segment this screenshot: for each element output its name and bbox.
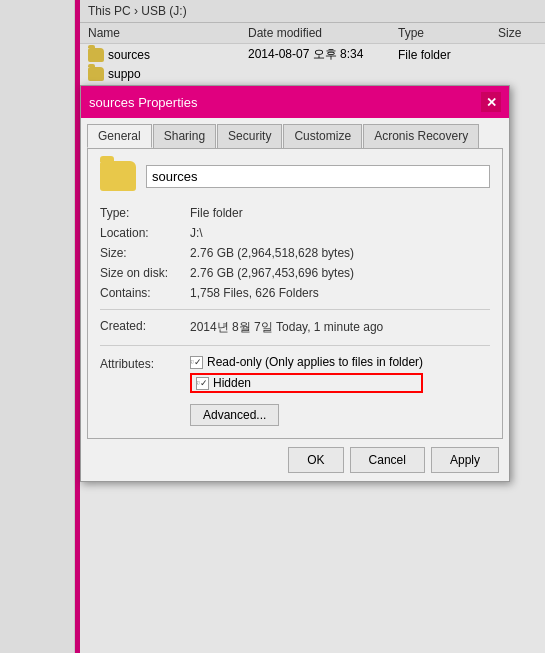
prop-contains: Contains: 1,758 Files, 626 Folders (100, 283, 490, 303)
tab-sharing[interactable]: Sharing (153, 124, 216, 148)
prop-divider-2 (100, 345, 490, 346)
dialog-footer: OK Cancel Apply (81, 439, 509, 481)
prop-size-on-disk: Size on disk: 2.76 GB (2,967,453,696 byt… (100, 263, 490, 283)
prop-location: Location: J:\ (100, 223, 490, 243)
ok-button[interactable]: OK (288, 447, 343, 473)
advanced-row: Advanced... (190, 404, 490, 426)
tab-acronis[interactable]: Acronis Recovery (363, 124, 479, 148)
big-folder-icon (100, 161, 136, 191)
prop-type-label: Type: (100, 206, 190, 220)
tab-general[interactable]: General (87, 124, 152, 148)
prop-size: Size: 2.76 GB (2,964,518,628 bytes) (100, 243, 490, 263)
readonly-checkbox[interactable]: ✓ (190, 356, 203, 369)
attr-label: Attributes: (100, 355, 190, 371)
prop-size-label: Size: (100, 246, 190, 260)
svg-text:✓: ✓ (191, 361, 193, 364)
prop-size-on-disk-value: 2.76 GB (2,967,453,696 bytes) (190, 266, 354, 280)
prop-type-value: File folder (190, 206, 243, 220)
hidden-label: Hidden (213, 376, 251, 390)
prop-type: Type: File folder (100, 203, 490, 223)
prop-location-label: Location: (100, 226, 190, 240)
close-button[interactable]: ✕ (481, 92, 501, 112)
prop-created-label: Created: (100, 319, 190, 336)
tab-customize[interactable]: Customize (283, 124, 362, 148)
attributes-row: Attributes: ✓ Read-only (Only applies to… (100, 352, 490, 396)
attr-options: ✓ Read-only (Only applies to files in fo… (190, 355, 423, 393)
prop-divider (100, 309, 490, 310)
svg-text:✓: ✓ (197, 382, 199, 385)
prop-created: Created: 2014년 8월 7일 Today, 1 minute ago (100, 316, 490, 339)
dialog-titlebar: sources Properties ✕ (81, 86, 509, 118)
dialog-title: sources Properties (89, 95, 197, 110)
readonly-checkbox-row[interactable]: ✓ Read-only (Only applies to files in fo… (190, 355, 423, 369)
tab-content-general: Type: File folder Location: J:\ Size: 2.… (87, 148, 503, 439)
tab-bar: General Sharing Security Customize Acron… (81, 118, 509, 148)
prop-created-value: 2014년 8월 7일 Today, 1 minute ago (190, 319, 383, 336)
properties-table: Type: File folder Location: J:\ Size: 2.… (100, 203, 490, 303)
prop-contains-label: Contains: (100, 286, 190, 300)
tab-security[interactable]: Security (217, 124, 282, 148)
readonly-label: Read-only (Only applies to files in fold… (207, 355, 423, 369)
cancel-button[interactable]: Cancel (350, 447, 425, 473)
prop-contains-value: 1,758 Files, 626 Folders (190, 286, 319, 300)
prop-size-on-disk-label: Size on disk: (100, 266, 190, 280)
hidden-checkbox-highlighted[interactable]: ✓ Hidden (190, 373, 423, 393)
prop-size-value: 2.76 GB (2,964,518,628 bytes) (190, 246, 354, 260)
hidden-checkbox[interactable]: ✓ (196, 377, 209, 390)
advanced-button[interactable]: Advanced... (190, 404, 279, 426)
properties-dialog: sources Properties ✕ General Sharing Sec… (80, 85, 510, 482)
apply-button[interactable]: Apply (431, 447, 499, 473)
prop-location-value: J:\ (190, 226, 203, 240)
folder-name-row (100, 161, 490, 191)
folder-name-input[interactable] (146, 165, 490, 188)
